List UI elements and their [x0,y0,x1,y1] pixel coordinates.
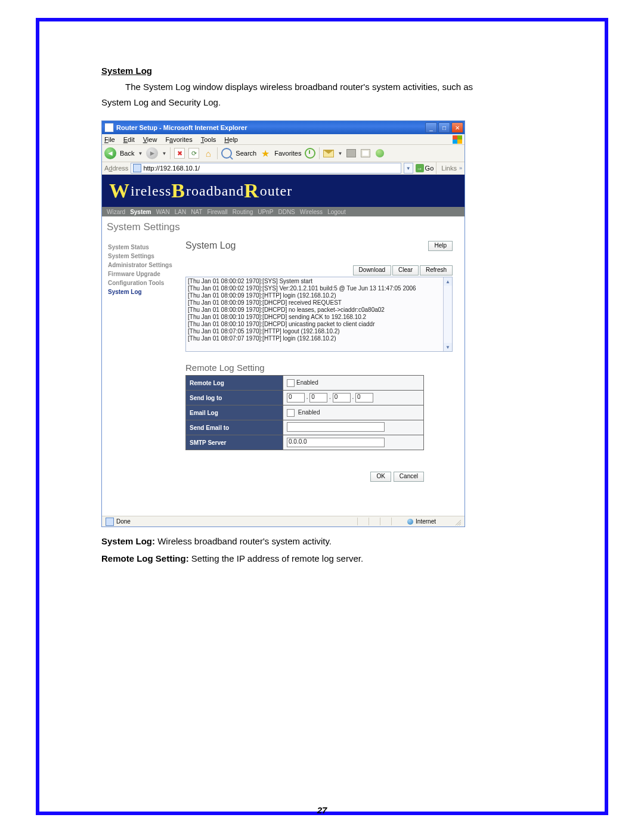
maximize-button[interactable]: □ [438,122,450,133]
favorites-icon[interactable]: ★ [260,148,271,159]
address-url: http://192.168.10.1/ [143,165,200,172]
nav-upnp[interactable]: UPnP [258,209,273,215]
scroll-up-icon[interactable]: ▲ [444,277,452,286]
ip-octet-4[interactable]: 0 [355,393,373,402]
address-dropdown-icon[interactable]: ▼ [404,163,413,174]
section-heading: System Log [101,66,543,76]
sidemenu-config-tools[interactable]: Configuration Tools [108,280,179,286]
ie-app-icon [104,123,114,132]
window-titlebar[interactable]: Router Setup - Microsoft Internet Explor… [102,121,465,134]
email-log-checkbox[interactable] [287,409,295,417]
addrbar-separator [436,162,436,174]
help-button[interactable]: Help [428,241,453,251]
status-cells [357,518,402,525]
stop-button[interactable]: ✖ [174,148,185,159]
menu-file[interactable]: File [104,136,115,143]
cancel-button[interactable]: Cancel [394,472,424,482]
sidemenu-admin-settings[interactable]: Administrator Settings [108,262,179,268]
links-label[interactable]: Links [441,165,457,172]
scrollbar[interactable]: ▲ ▼ [443,277,452,351]
toolbar-separator [170,147,171,159]
sidemenu-system-log[interactable]: System Log [108,289,179,295]
menubar: File Edit View Favorites Tools Help [102,134,465,145]
refresh-button[interactable]: ⟳ [188,148,199,159]
settings-title: System Settings [102,216,465,236]
clear-button[interactable]: Clear [392,265,419,275]
ok-button[interactable]: OK [370,472,391,482]
enabled-label-2: Enabled [298,409,320,416]
panel-title: System Log [185,240,428,251]
row-send-email-to: Send Email to [186,420,424,435]
favorites-label[interactable]: Favorites [274,150,301,157]
nav-logout[interactable]: Logout [327,209,346,215]
log-textarea[interactable]: [Thu Jan 01 08:00:02 1970]:[SYS] System … [185,277,453,352]
toolbar-separator [217,147,218,159]
print-icon[interactable] [346,148,357,159]
nav-wan[interactable]: WAN [156,209,170,215]
back-label[interactable]: Back [120,150,134,157]
nav-wireless[interactable]: Wireless [300,209,323,215]
cell-emaillog-label: Email Log [186,405,283,420]
back-dropdown-icon[interactable]: ▼ [138,151,143,156]
banner-t3: outer [260,183,292,199]
cell-smtp-label: SMTP Server [186,435,283,450]
links-expand-icon[interactable]: » [459,165,462,171]
scroll-track[interactable] [444,286,452,343]
menu-favorites[interactable]: Favorites [165,136,192,143]
ie-window: Router Setup - Microsoft Internet Explor… [101,120,465,527]
messenger-icon[interactable] [374,148,385,159]
status-bar: Done Internet [102,516,465,527]
send-email-input[interactable] [287,422,385,432]
cell-sendemail-label: Send Email to [186,420,283,435]
banner-r: R [244,179,259,202]
sidemenu-firmware-upgrade[interactable]: Firmware Upgrade [108,271,179,277]
cell-remote-log-label: Remote Log [186,376,283,391]
nav-firewall[interactable]: Firewall [207,209,227,215]
address-label: Address [104,165,128,172]
resize-grip-icon[interactable] [454,518,461,525]
nav-wizard[interactable]: Wizard [107,209,125,215]
smtp-input[interactable]: 0.0.0.0 [287,438,385,447]
nav-system[interactable]: System [130,209,151,215]
menu-tools[interactable]: Tools [201,136,216,143]
ip-octet-2[interactable]: 0 [309,393,327,402]
search-label[interactable]: Search [236,150,256,157]
close-button[interactable]: ✕ [451,122,463,133]
windows-logo-icon [453,135,462,144]
forward-dropdown-icon[interactable]: ▼ [162,151,166,156]
minimize-button[interactable]: _ [425,122,437,133]
go-button[interactable]: → Go [416,164,434,172]
cell-remote-log-value: Enabled [283,376,424,391]
back-button[interactable]: ◄ [104,147,116,159]
cell-sendlog-label: Send log to [186,391,283,405]
intro-line-1: The System Log window displays wireless … [101,79,543,95]
ip-octet-3[interactable]: 0 [333,393,351,402]
forward-button[interactable]: ► [146,147,158,159]
nav-routing[interactable]: Routing [233,209,253,215]
nav-nat[interactable]: NAT [191,209,202,215]
sidemenu-system-settings[interactable]: System Settings [108,253,179,259]
history-icon[interactable] [305,148,315,159]
menu-help[interactable]: Help [224,136,238,143]
menu-view[interactable]: View [143,136,157,143]
post1-text: Wireless broadband router's system activ… [155,536,332,546]
mail-dropdown-icon[interactable]: ▼ [338,151,342,156]
edit-icon[interactable] [360,148,371,159]
nav-ddns[interactable]: DDNS [278,209,295,215]
home-button[interactable]: ⌂ [203,148,213,159]
scroll-down-icon[interactable]: ▼ [444,343,452,351]
banner-t1: ireless [131,183,171,199]
ip-octet-1[interactable]: 0 [287,393,305,402]
remote-log-checkbox[interactable] [287,379,295,387]
mail-icon[interactable] [323,148,334,159]
main-panel: System Log Help Download Clear Refresh [… [183,236,465,482]
download-button[interactable]: Download [353,265,391,275]
nav-lan[interactable]: LAN [175,209,186,215]
toolbar-separator [319,147,320,159]
address-field[interactable]: http://192.168.10.1/ [131,163,401,174]
search-icon[interactable] [221,148,232,159]
log-refresh-button[interactable]: Refresh [420,265,453,275]
sidemenu-system-status[interactable]: System Status [108,244,179,250]
menu-edit[interactable]: Edit [123,136,135,143]
side-menu: System Status System Settings Administra… [102,236,183,482]
